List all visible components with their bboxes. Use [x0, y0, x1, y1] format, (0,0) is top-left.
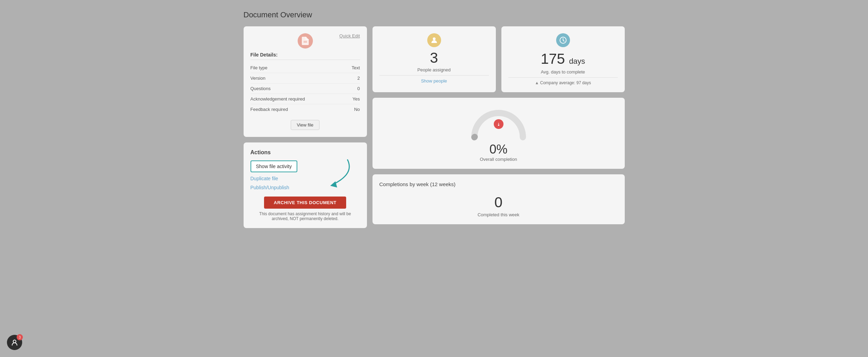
completions-title: Completions by week (12 weeks) [379, 181, 618, 187]
svg-point-5 [498, 124, 499, 126]
completions-by-week-card: Completions by week (12 weeks) 0 Complet… [372, 174, 625, 224]
file-details-rows: File typeTextVersion2Questions0Acknowled… [251, 63, 360, 114]
avg-days-card: 175 days Avg. days to complete ▲ Company… [501, 26, 625, 92]
time-icon [556, 33, 570, 47]
people-icon [427, 33, 441, 47]
view-file-button[interactable]: View file [291, 120, 319, 130]
gauge-label: Overall completion [379, 157, 618, 162]
svg-point-6 [13, 340, 16, 343]
file-detail-row: File typeText [251, 63, 360, 73]
people-label: People assigned [379, 67, 489, 76]
file-details-title: File Details: [251, 52, 360, 60]
show-people-link[interactable]: Show people [379, 78, 489, 84]
actions-card: Actions Show file activity Duplicate fil… [244, 142, 367, 228]
notification-badge[interactable]: 3 [7, 335, 22, 350]
people-assigned-card: 3 People assigned Show people [372, 26, 496, 92]
file-detail-row: Questions0 [251, 84, 360, 94]
avg-days-label: Avg. days to complete [508, 69, 618, 78]
page-title: Document Overview [244, 10, 625, 19]
duplicate-file-link[interactable]: Duplicate file [251, 176, 360, 181]
archive-document-button[interactable]: ARCHIVE THIS DOCUMENT [264, 197, 346, 209]
gauge-percent: 0% [379, 142, 618, 157]
publish-unpublish-link[interactable]: Publish/Unpublish [251, 185, 360, 190]
completions-count: 0 [379, 194, 618, 211]
file-icon [298, 33, 313, 49]
archive-note: This document has assignment history and… [251, 211, 360, 221]
actions-title: Actions [251, 149, 360, 156]
gauge-wrapper [467, 106, 530, 142]
file-detail-row: Feedback requiredNo [251, 104, 360, 114]
quick-edit-link[interactable]: Quick Edit [339, 33, 360, 38]
avg-days-value: 175 days [508, 51, 618, 67]
overall-completion-card: 0% Overall completion [372, 98, 625, 169]
people-count: 3 [379, 51, 489, 65]
completions-label: Completed this week [379, 212, 618, 217]
show-file-activity-button[interactable]: Show file activity [251, 160, 297, 172]
badge-count: 3 [17, 334, 23, 340]
svg-point-3 [433, 37, 436, 40]
gauge-needle-icon [494, 119, 503, 129]
file-detail-row: Acknowledgement requiredYes [251, 94, 360, 104]
file-details-card: Quick Edit File Details: File typeTextVe… [244, 26, 367, 137]
company-average: ▲ Company average: 97 days [508, 80, 618, 85]
file-detail-row: Version2 [251, 73, 360, 84]
